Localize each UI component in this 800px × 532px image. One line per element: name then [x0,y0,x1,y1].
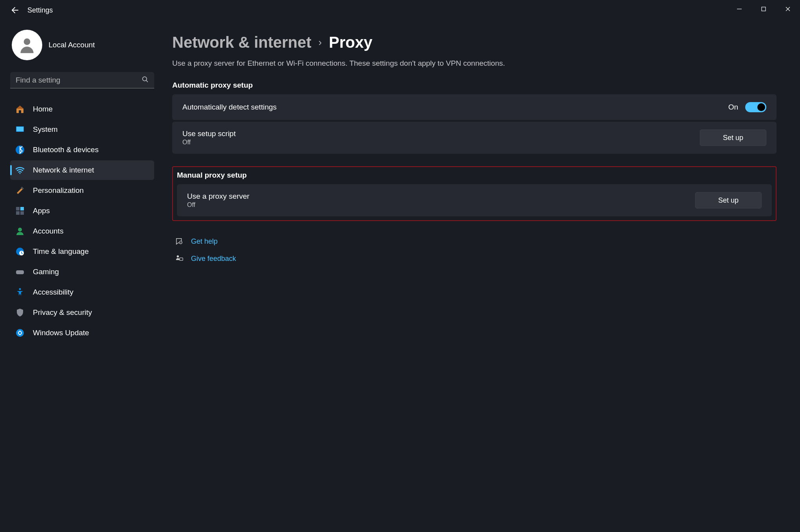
update-icon [15,328,25,338]
sidebar: Local Account Home System [0,18,164,532]
chevron-right-icon: › [319,36,322,49]
system-icon [15,124,25,135]
card-state: Off [182,139,236,146]
sidebar-item-gaming[interactable]: Gaming [10,262,154,282]
accessibility-icon [15,287,25,297]
button-label: Set up [723,134,743,142]
clock-globe-icon [15,246,25,257]
svg-text:?: ? [180,242,181,244]
link-label: Give feedback [191,255,236,263]
svg-rect-15 [20,211,24,215]
bluetooth-icon [15,145,25,155]
sidebar-item-label: Accessibility [33,288,73,297]
search-icon [142,76,149,84]
card-auto-detect: Automatically detect settings On [172,94,777,120]
svg-point-5 [24,38,31,45]
svg-point-11 [20,173,21,174]
avatar [12,30,42,60]
auto-detect-toggle[interactable] [745,102,766,112]
app-title: Settings [27,6,53,14]
svg-point-20 [16,329,24,337]
sidebar-item-privacy[interactable]: Privacy & security [10,303,154,322]
sidebar-item-label: Home [33,105,53,113]
wifi-icon [15,165,25,175]
account-name: Local Account [49,41,95,49]
card-setup-script: Use setup script Off Set up [172,122,777,154]
button-label: Set up [718,196,739,205]
card-title: Use a proxy server [187,192,249,201]
apps-icon [15,206,25,216]
sidebar-item-network[interactable]: Network & internet [10,160,154,180]
setup-script-button[interactable]: Set up [700,129,766,146]
card-title: Use setup script [182,129,236,138]
breadcrumb-parent[interactable]: Network & internet [172,34,312,51]
sidebar-item-label: Network & internet [33,166,94,174]
sidebar-item-windows-update[interactable]: Windows Update [10,323,154,343]
search-input[interactable] [10,72,154,88]
gamepad-icon [15,267,25,277]
card-manual-proxy: Use a proxy server Off Set up [177,184,772,216]
sidebar-item-accessibility[interactable]: Accessibility [10,282,154,302]
sidebar-item-time-language[interactable]: Time & language [10,242,154,261]
svg-rect-9 [16,127,23,131]
main-content: Network & internet › Proxy Use a proxy s… [164,18,800,532]
sidebar-item-label: Accounts [33,227,63,235]
sidebar-item-accounts[interactable]: Accounts [10,221,154,241]
sidebar-item-label: Privacy & security [33,308,92,317]
svg-rect-12 [16,207,20,210]
sidebar-item-apps[interactable]: Apps [10,201,154,221]
section-label-auto: Automatic proxy setup [172,81,777,90]
sidebar-item-label: Apps [33,207,50,215]
home-icon [15,104,25,114]
svg-rect-13 [20,207,24,210]
sidebar-item-label: Bluetooth & devices [33,146,99,154]
svg-rect-14 [16,211,20,215]
give-feedback-link[interactable]: Give feedback [172,250,777,267]
sidebar-item-label: Gaming [33,268,59,276]
help-icon: ? [175,237,184,246]
shield-icon [15,307,25,318]
svg-point-19 [19,288,21,290]
sidebar-item-label: System [33,125,58,134]
card-state: Off [187,201,249,208]
manual-proxy-button[interactable]: Set up [695,192,762,208]
account-block[interactable]: Local Account [10,30,154,60]
svg-point-23 [177,255,179,258]
paintbrush-icon [15,185,25,196]
link-label: Get help [191,237,218,246]
section-label-manual: Manual proxy setup [177,171,772,180]
highlight-box: Manual proxy setup Use a proxy server Of… [172,166,777,221]
back-button[interactable] [9,5,19,15]
sidebar-item-label: Windows Update [33,329,89,337]
page-subtitle: Use a proxy server for Ethernet or Wi-Fi… [172,59,777,68]
breadcrumb-current: Proxy [329,34,372,51]
sidebar-item-personalization[interactable]: Personalization [10,181,154,200]
sidebar-item-bluetooth[interactable]: Bluetooth & devices [10,140,154,160]
person-icon [15,226,25,236]
svg-rect-24 [180,258,183,260]
card-title: Automatically detect settings [182,103,277,111]
svg-point-6 [142,77,147,81]
breadcrumb: Network & internet › Proxy [172,34,777,51]
svg-line-7 [146,80,148,82]
toggle-label: On [728,103,738,111]
sidebar-item-home[interactable]: Home [10,99,154,119]
svg-point-16 [18,228,22,232]
get-help-link[interactable]: ? Get help [172,233,777,250]
feedback-icon [175,254,184,263]
sidebar-item-label: Time & language [33,247,89,256]
sidebar-item-system[interactable]: System [10,120,154,139]
sidebar-item-label: Personalization [33,186,84,195]
